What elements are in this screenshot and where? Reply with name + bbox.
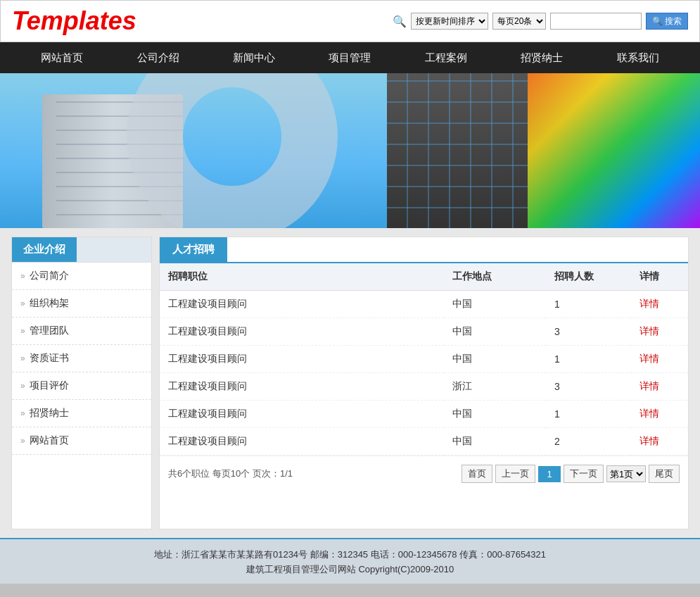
cell-detail[interactable]: 详情	[631, 346, 688, 373]
cell-detail[interactable]: 详情	[631, 373, 688, 401]
arrow-icon-1: »	[20, 298, 25, 308]
table-row: 工程建设项目顾问中国1详情	[160, 291, 688, 318]
cell-detail[interactable]: 详情	[631, 401, 688, 428]
arrow-icon-4: »	[20, 381, 25, 391]
search-icon: 🔍	[393, 15, 407, 28]
nav-item-contact[interactable]: 联系我们	[606, 42, 670, 73]
table-row: 工程建设项目顾问中国1详情	[160, 401, 688, 428]
banner-arc	[127, 73, 338, 228]
sidebar-item-org[interactable]: » 组织构架	[12, 290, 151, 318]
logo: Templates	[12, 6, 136, 36]
table-row: 工程建设项目顾问中国2详情	[160, 428, 688, 455]
cell-position: 工程建设项目顾问	[160, 428, 444, 455]
detail-link[interactable]: 详情	[639, 380, 659, 391]
content-panel: 人才招聘 招聘职位 工作地点 招聘人数 详情 工程建设项目顾问中国1详情工程建设…	[159, 237, 689, 529]
cell-count: 2	[546, 428, 631, 455]
table-row: 工程建设项目顾问浙江3详情	[160, 373, 688, 401]
banner-building-right	[387, 73, 528, 228]
cell-position: 工程建设项目顾问	[160, 401, 444, 428]
header-controls: 🔍 按更新时间排序 按标题排序 按热度排序 每页20条 每页10条 每页50条 …	[393, 13, 688, 30]
banner-side-color	[528, 73, 700, 228]
cell-count: 1	[546, 346, 631, 373]
table-row: 工程建设项目顾问中国3详情	[160, 318, 688, 346]
cell-count: 1	[546, 401, 631, 428]
content-title-tab: 人才招聘	[160, 237, 227, 262]
detail-link[interactable]: 详情	[639, 298, 659, 309]
search-input[interactable]	[550, 13, 642, 30]
search-btn-icon: 🔍	[652, 16, 663, 26]
pagination-info: 共6个职位 每页10个 页次：1/1	[168, 467, 293, 480]
sidebar-item-cert[interactable]: » 资质证书	[12, 345, 151, 372]
cell-location: 中国	[444, 291, 546, 318]
perpage-select[interactable]: 每页20条 每页10条 每页50条	[492, 13, 546, 30]
cell-detail[interactable]: 详情	[631, 318, 688, 346]
table-header-row: 招聘职位 工作地点 招聘人数 详情	[160, 263, 688, 291]
job-table: 招聘职位 工作地点 招聘人数 详情 工程建设项目顾问中国1详情工程建设项目顾问中…	[160, 263, 688, 455]
sidebar-label-5: 招贤纳士	[30, 407, 69, 420]
search-btn-label: 搜索	[665, 15, 682, 27]
detail-link[interactable]: 详情	[639, 353, 659, 364]
sidebar-item-team[interactable]: » 管理团队	[12, 318, 151, 345]
cell-detail[interactable]: 详情	[631, 291, 688, 318]
sidebar-item-site-home[interactable]: » 网站首页	[12, 427, 151, 455]
sidebar-label-6: 网站首页	[30, 434, 69, 447]
cell-position: 工程建设项目顾问	[160, 373, 444, 401]
col-position: 招聘职位	[160, 263, 444, 291]
cell-count: 3	[546, 318, 631, 346]
col-location: 工作地点	[444, 263, 546, 291]
col-detail: 详情	[631, 263, 688, 291]
sidebar-title: 企业介绍	[12, 237, 77, 262]
nav-item-projects[interactable]: 项目管理	[317, 42, 382, 73]
last-page-button[interactable]: 尾页	[649, 465, 680, 483]
sidebar-title-wrap: 企业介绍	[12, 237, 151, 263]
nav-item-about[interactable]: 公司介绍	[126, 42, 191, 73]
footer-address: 地址：浙江省某某市某某路有01234号 邮编：312345 电话：000-123…	[0, 548, 700, 561]
pagination-controls: 首页 上一页 1 下一页 第1页 尾页	[462, 465, 680, 483]
nav-item-cases[interactable]: 工程案例	[414, 42, 478, 73]
sidebar-item-recruit[interactable]: » 招贤纳士	[12, 400, 151, 427]
first-page-button[interactable]: 首页	[462, 465, 492, 483]
nav-item-recruit[interactable]: 招贤纳士	[509, 42, 574, 73]
banner	[0, 73, 700, 228]
cell-location: 中国	[444, 346, 546, 373]
cell-location: 中国	[444, 401, 546, 428]
header: Templates 🔍 按更新时间排序 按标题排序 按热度排序 每页20条 每页…	[0, 0, 700, 42]
footer-copyright: 建筑工程项目管理公司网站 Copyright(C)2009-2010	[0, 563, 700, 576]
current-page-button[interactable]: 1	[538, 466, 561, 482]
sidebar: 企业介绍 » 公司简介 » 组织构架 » 管理团队 » 资质证书 » 项目评价 …	[11, 237, 152, 529]
cell-detail[interactable]: 详情	[631, 428, 688, 455]
nav-bar: 网站首页 公司介绍 新闻中心 项目管理 工程案例 招贤纳士 联系我们	[0, 42, 700, 73]
arrow-icon-3: »	[20, 353, 25, 363]
main-content: 企业介绍 » 公司简介 » 组织构架 » 管理团队 » 资质证书 » 项目评价 …	[0, 228, 700, 538]
sidebar-label-4: 项目评价	[30, 379, 69, 392]
detail-link[interactable]: 详情	[639, 435, 659, 446]
sidebar-label-0: 公司简介	[30, 270, 69, 282]
next-page-button[interactable]: 下一页	[564, 465, 604, 483]
arrow-icon-2: »	[20, 326, 25, 336]
sidebar-label-2: 管理团队	[30, 325, 69, 337]
arrow-icon-0: »	[20, 271, 25, 281]
sort-select[interactable]: 按更新时间排序 按标题排序 按热度排序	[411, 13, 488, 30]
sidebar-item-company[interactable]: » 公司简介	[12, 263, 151, 290]
nav-item-news[interactable]: 新闻中心	[222, 42, 286, 73]
col-count: 招聘人数	[546, 263, 631, 291]
detail-link[interactable]: 详情	[639, 325, 659, 337]
page-select[interactable]: 第1页	[606, 465, 646, 482]
arrow-icon-5: »	[20, 408, 25, 418]
search-button[interactable]: 🔍 搜索	[646, 13, 688, 30]
banner-main	[0, 73, 528, 228]
table-row: 工程建设项目顾问中国1详情	[160, 346, 688, 373]
pagination-bar: 共6个职位 每页10个 页次：1/1 首页 上一页 1 下一页 第1页 尾页	[160, 455, 688, 491]
sidebar-label-3: 资质证书	[30, 352, 69, 365]
nav-item-home[interactable]: 网站首页	[30, 42, 94, 73]
cell-position: 工程建设项目顾问	[160, 318, 444, 346]
cell-position: 工程建设项目顾问	[160, 291, 444, 318]
cell-location: 中国	[444, 318, 546, 346]
sidebar-label-1: 组织构架	[30, 297, 69, 310]
cell-location: 浙江	[444, 373, 546, 401]
detail-link[interactable]: 详情	[639, 408, 659, 419]
sidebar-item-eval[interactable]: » 项目评价	[12, 372, 151, 400]
cell-count: 1	[546, 291, 631, 318]
prev-page-button[interactable]: 上一页	[495, 465, 535, 483]
footer: 地址：浙江省某某市某某路有01234号 邮编：312345 电话：000-123…	[0, 538, 700, 584]
